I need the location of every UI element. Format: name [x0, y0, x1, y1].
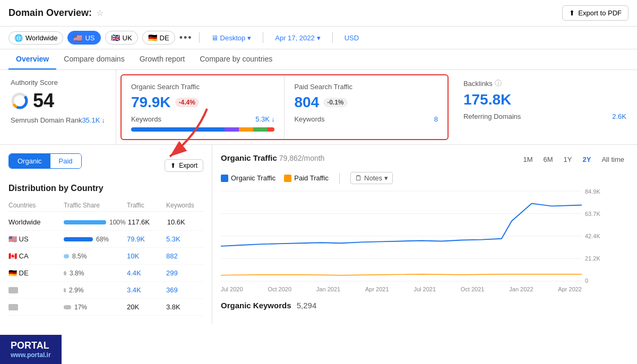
legend-divider	[339, 173, 340, 184]
authority-rank[interactable]: 35.1K ↓	[82, 116, 105, 124]
legend-paid[interactable]: Paid Traffic	[284, 174, 329, 182]
left-panel: Organic Paid ⬆ Export Distribution by Co…	[0, 145, 212, 324]
export-pdf-button[interactable]: ⬆ Export to PDF	[562, 5, 629, 21]
tab-compare-countries[interactable]: Compare by countries	[192, 49, 280, 70]
table-row: 🇩🇪 DE 3.8% 4.4K 299	[8, 265, 203, 282]
paid-keywords[interactable]: 8	[434, 115, 438, 123]
table-row: Worldwide 100% 117.6K 10.6K	[8, 214, 203, 231]
main-content: Organic Paid ⬆ Export Distribution by Co…	[0, 145, 637, 324]
more-countries-button[interactable]: •••	[179, 32, 193, 44]
globe-icon: 🌐	[14, 34, 23, 42]
chart-area-wrapper: 84.9K 63.7K 42.4K 21.2K 0	[221, 188, 629, 284]
backlinks-sub: Referring Domains 2.6K	[463, 112, 626, 120]
country-us: 🇺🇸 US	[8, 235, 62, 243]
traffic-ca[interactable]: 10K	[127, 252, 164, 260]
paid-toggle[interactable]: Paid	[50, 154, 81, 168]
time-6m[interactable]: 6M	[539, 153, 557, 166]
traffic-worldwide: 117.6K	[128, 218, 165, 226]
backlinks-label: Backlinks ⓘ	[463, 79, 626, 88]
us-flag: 🇺🇸	[73, 33, 82, 42]
organic-label: Organic Search Traffic	[131, 83, 275, 91]
page-title: Domain Overview:	[8, 7, 92, 19]
traffic-chart-svg	[221, 188, 582, 284]
tab-compare-domains[interactable]: Compare domains	[56, 49, 132, 70]
country-other1	[8, 287, 62, 293]
keywords-other1[interactable]: 369	[166, 286, 203, 294]
nav-tabs: Overview Compare domains Growth report C…	[0, 49, 637, 70]
chevron-down-icon-2: ▾	[317, 34, 321, 42]
table-row: 17% 20K 3.8K	[8, 299, 203, 316]
paid-search-card: Paid Search Traffic 804 -0.1% Keywords 8	[285, 75, 447, 139]
right-panel: Organic Traffic 79,862/month 1M 6M 1Y 2Y…	[212, 145, 637, 324]
table-header: Countries Traffic Share Traffic Keywords	[8, 200, 203, 212]
table-row: 2.9% 3.4K 369	[8, 282, 203, 299]
distribution-title: Distribution by Country	[8, 184, 203, 193]
paid-line	[221, 274, 582, 275]
keywords-de[interactable]: 299	[166, 269, 203, 277]
uk-filter[interactable]: 🇬🇧 UK	[105, 31, 138, 45]
authority-score-value: 54	[11, 90, 105, 112]
down-arrow-icon: ↓	[101, 116, 105, 124]
organic-keywords-heading: Organic Keywords 5,294	[221, 301, 629, 310]
tab-growth-report[interactable]: Growth report	[132, 49, 193, 70]
legend-organic[interactable]: Organic Traffic	[221, 174, 276, 182]
keywords-ca[interactable]: 882	[166, 252, 203, 260]
notes-icon: 🗒	[355, 174, 362, 182]
traffic-other1[interactable]: 3.4K	[127, 286, 164, 294]
desktop-icon: 🖥	[211, 34, 218, 42]
worldwide-filter[interactable]: 🌐 Worldwide	[8, 31, 63, 45]
filter-divider-2	[263, 32, 263, 43]
traffic-bar-other2: 17%	[64, 304, 125, 311]
country-ca: 🇨🇦 CA	[8, 252, 62, 260]
star-icon[interactable]: ☆	[96, 8, 104, 18]
traffic-us[interactable]: 79.9K	[127, 235, 164, 243]
chevron-down-icon: ▾	[247, 34, 251, 42]
date-filter[interactable]: Apr 17, 2022 ▾	[270, 32, 325, 44]
export-icon: ⬆	[569, 9, 575, 17]
chevron-down-icon-3: ▾	[384, 174, 388, 182]
keywords-other2: 3.8K	[166, 303, 203, 311]
export-button[interactable]: ⬆ Export	[165, 159, 203, 172]
organic-keywords[interactable]: 5.3K ↓	[255, 115, 274, 123]
uk-flag: 🇬🇧	[111, 33, 120, 42]
keywords-us[interactable]: 5.3K	[166, 235, 203, 243]
x-axis-labels: Jul 2020 Oct 2020 Jan 2021 Apr 2021 Jul …	[221, 286, 582, 292]
de-flag: 🇩🇪	[148, 33, 157, 42]
backlinks-card: Backlinks ⓘ 175.8K Referring Domains 2.6…	[453, 70, 637, 144]
device-filter[interactable]: 🖥 Desktop ▾	[206, 32, 257, 44]
tab-overview[interactable]: Overview	[8, 49, 56, 70]
time-alltime[interactable]: All time	[597, 153, 629, 166]
organic-search-card: Organic Search Traffic 79.9K -4.4% Keywo…	[122, 75, 285, 139]
traffic-bar-us: 68%	[64, 236, 125, 243]
notes-button[interactable]: 🗒 Notes ▾	[350, 172, 393, 184]
col-traffic-share: Traffic Share	[64, 202, 125, 209]
currency-label: USD	[339, 32, 364, 44]
organic-toggle[interactable]: Organic	[9, 154, 50, 168]
time-2y[interactable]: 2Y	[578, 153, 595, 166]
organic-traffic-icon	[221, 175, 228, 182]
info-icon: ⓘ	[495, 79, 502, 88]
paid-badge: -0.1%	[323, 98, 347, 107]
time-1m[interactable]: 1M	[519, 153, 537, 166]
traffic-bar-ca: 8.5%	[64, 253, 125, 260]
chart-legend: Organic Traffic Paid Traffic 🗒 Notes ▾	[221, 172, 629, 184]
right-header: Organic Traffic 79,862/month 1M 6M 1Y 2Y…	[221, 153, 629, 166]
traffic-bar: 100%	[64, 219, 126, 226]
time-buttons: 1M 6M 1Y 2Y All time	[519, 153, 629, 166]
traffic-bar-de: 3.8%	[64, 270, 125, 277]
paid-label: Paid Search Traffic	[294, 83, 438, 91]
us-filter[interactable]: 🇺🇸 US	[67, 31, 100, 45]
traffic-de[interactable]: 4.4K	[127, 269, 164, 277]
filter-divider	[199, 32, 200, 43]
organic-traffic-heading: Organic Traffic 79,862/month	[221, 153, 324, 162]
referring-domains[interactable]: 2.6K	[612, 112, 626, 120]
down-arrow-icon-2: ↓	[271, 115, 275, 123]
organic-progress-bar	[131, 127, 275, 132]
y-axis-labels: 84.9K 63.7K 42.4K 21.2K 0	[585, 188, 600, 284]
authority-card: Authority Score 54 Semrush Domain Rank 3…	[0, 70, 116, 144]
time-1y[interactable]: 1Y	[559, 153, 576, 166]
organic-line	[221, 204, 582, 246]
backlinks-value: 175.8K	[463, 91, 626, 108]
de-filter[interactable]: 🇩🇪 DE	[142, 31, 175, 45]
top-bar: Domain Overview: ☆ ⬆ Export to PDF	[0, 0, 637, 27]
